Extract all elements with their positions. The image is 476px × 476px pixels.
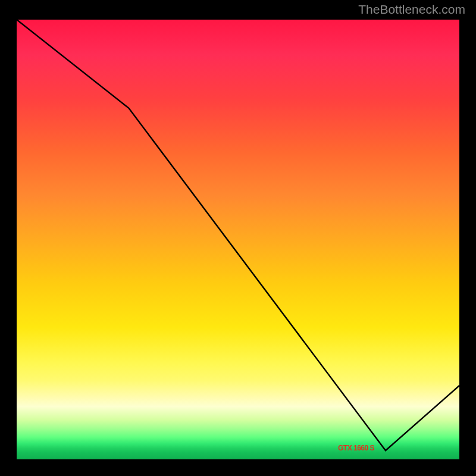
optimal-marker-label: GTX 1660 S: [338, 444, 374, 452]
chart-container: GTX 1660 S: [15, 18, 461, 461]
attribution-text: TheBottleneck.com: [358, 2, 465, 17]
curve-line: [17, 20, 459, 459]
